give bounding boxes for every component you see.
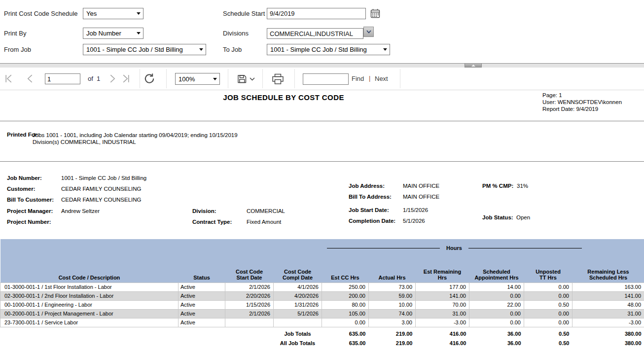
divisions-input[interactable] (267, 28, 363, 39)
totals-cell: 416.00 (416, 327, 469, 338)
find-input[interactable] (303, 73, 349, 85)
dropdown-caret-icon (137, 32, 141, 35)
completion-date-value: 5/1/2026 (403, 218, 425, 224)
contract-type-value: Fixed Amount (247, 219, 281, 225)
totals-cell: 380.00 (572, 327, 644, 338)
from-job-select[interactable]: 1001 - Simple CC Job / Std Billing (83, 44, 206, 55)
toolbar-separator (262, 69, 263, 88)
table-cell: 22.00 (469, 300, 524, 309)
parameter-splitter-bar[interactable] (0, 63, 644, 68)
project-manager-label: Project Manager: (7, 208, 53, 214)
save-export-button[interactable] (237, 74, 256, 84)
first-page-button[interactable] (4, 74, 13, 83)
job-number-value: 1001 - Simple CC Job / Std Billing (61, 175, 146, 181)
table-cell: -3.00 (572, 318, 644, 327)
totals-cell: 0.50 (524, 338, 572, 349)
completion-date-label: Completion Date: (349, 218, 395, 224)
job-status-value: Open (516, 214, 530, 220)
collapse-parameters-button[interactable] (465, 63, 482, 68)
totals-cell: 0.50 (524, 327, 572, 338)
print-cost-code-schedule-select[interactable]: Yes (83, 8, 143, 19)
pm-pct-cmp-value: 31% (517, 183, 528, 189)
table-cell: 02-3000-001-1 / 2nd Floor Installation -… (0, 291, 179, 300)
dropdown-caret-icon (199, 48, 203, 51)
calendar-icon (370, 8, 380, 18)
dropdown-caret-icon (213, 78, 217, 80)
select-value: Job Number (86, 30, 121, 37)
table-cell: 0.00 (524, 291, 572, 300)
table-cell: 1/15/2026 (225, 300, 274, 309)
job-start-date-label: Job Start Date: (349, 207, 389, 213)
triangle-up-icon (471, 65, 475, 67)
to-job-select[interactable]: 1001 - Simple CC Job / Std Billing (267, 44, 390, 55)
toolbar-separator (294, 69, 295, 88)
refresh-button[interactable] (143, 72, 156, 85)
of-label: of (88, 75, 93, 82)
last-page-icon (121, 74, 131, 83)
next-result-button[interactable]: Next (375, 75, 388, 82)
chevron-down-icon (366, 30, 371, 34)
table-cell: -3.00 (416, 318, 469, 327)
refresh-icon (143, 72, 156, 85)
all-job-totals-label: All Job Totals (274, 338, 322, 349)
page-count-label: of 1 (88, 75, 100, 82)
table-cell: 0.00 (524, 318, 572, 327)
table-cell: 141.00 (572, 291, 644, 300)
next-page-button[interactable] (108, 74, 117, 83)
chevron-left-icon (26, 74, 34, 83)
header-spacer (0, 239, 322, 259)
printed-for-text: Jobs 1001 - 1001, including Job Calendar… (33, 132, 238, 145)
to-job-label: To Job (223, 44, 242, 55)
select-value: 1001 - Simple CC Job / Std Billing (270, 46, 367, 53)
toolbar-separator (166, 69, 167, 88)
report-toolbar: of 1 100% (0, 68, 644, 90)
last-page-button[interactable] (121, 74, 131, 83)
schedule-start-input[interactable] (267, 8, 366, 19)
totals-cell: 36.00 (469, 327, 524, 338)
page-number-input[interactable] (45, 73, 80, 84)
contract-type-label: Contract Type: (192, 219, 232, 225)
zoom-select[interactable]: 100% (175, 73, 220, 85)
cost-code-table-container: Hours Cost Code / Description Status Cos… (0, 239, 644, 349)
division-label: Division: (192, 208, 216, 214)
print-button[interactable] (272, 73, 284, 85)
find-button[interactable]: Find (352, 75, 364, 82)
job-number-label: Job Number: (7, 175, 42, 181)
job-start-date-value: 1/15/2026 (403, 207, 428, 213)
table-cell: Active (179, 282, 225, 291)
hours-group-header: Hours (322, 239, 644, 259)
table-cell: 250.00 (322, 282, 369, 291)
table-cell (274, 318, 322, 327)
job-totals-row: Job Totals 635.00 219.00 416.00 36.00 0.… (0, 327, 644, 338)
cost-code-table: Hours Cost Code / Description Status Cos… (0, 239, 644, 349)
table-cell: 3.00 (369, 318, 416, 327)
schedule-start-label: Schedule Start (223, 8, 265, 19)
divisions-dropdown-button[interactable] (363, 27, 374, 37)
table-cell: 0.00 (469, 309, 524, 318)
table-cell: 48.00 (572, 300, 644, 309)
find-next-separator: | (369, 74, 370, 82)
print-by-select[interactable]: Job Number (83, 28, 143, 39)
totals-spacer (0, 338, 274, 349)
table-cell: 00-2000-001-1 / Project Management - Lab… (0, 309, 179, 318)
column-header: Status (179, 259, 225, 282)
bill-to-address-value: MAIN OFFICE (403, 194, 439, 200)
column-header: Est Remaining Hrs (416, 259, 469, 282)
column-header: Remaining Less Scheduled Hrs (572, 259, 644, 282)
table-cell: Active (179, 309, 225, 318)
calendar-picker-button[interactable] (370, 8, 380, 18)
column-header: Est CC Hrs (322, 259, 369, 282)
table-cell: 70.00 (416, 300, 469, 309)
table-cell: 163.00 (572, 282, 644, 291)
totals-cell: 635.00 (322, 338, 369, 349)
table-cell: 00-1000-001-1 / Engineering - Labor (0, 300, 179, 309)
dropdown-caret-icon (383, 48, 387, 51)
table-cell: 0.00 (469, 318, 524, 327)
totals-cell: 36.00 (469, 338, 524, 349)
totals-cell: 380.00 (572, 338, 644, 349)
pm-pct-cmp-label: PM % CMP: (482, 183, 513, 189)
previous-page-button[interactable] (26, 74, 34, 83)
totals-cell: 416.00 (416, 338, 469, 349)
column-header: Actual Hrs (369, 259, 416, 282)
column-header: Cost Code / Description (0, 259, 179, 282)
